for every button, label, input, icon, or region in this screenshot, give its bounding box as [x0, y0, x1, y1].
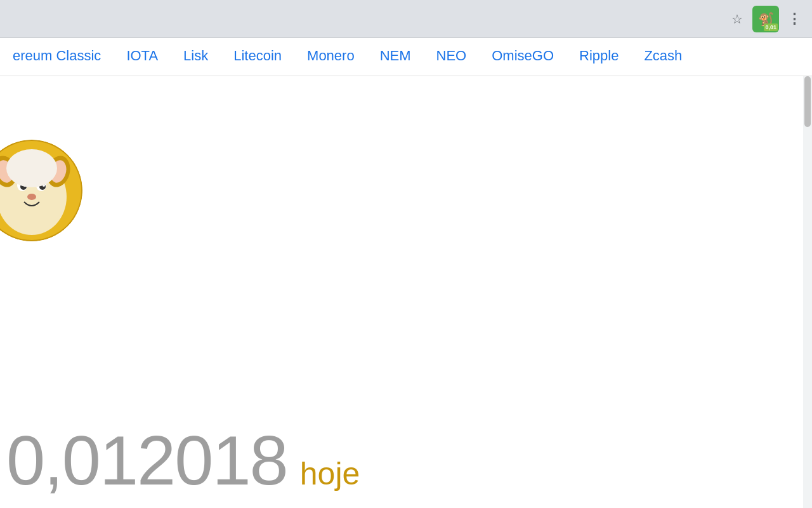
dogecoin-svg: [0, 140, 82, 241]
tab-omisego[interactable]: OmiseGO: [479, 38, 566, 76]
tab-lisk[interactable]: Lisk: [171, 38, 221, 76]
svg-point-14: [6, 149, 57, 187]
coin-logo: [0, 140, 82, 241]
menu-icon: ⋮: [787, 11, 801, 27]
extension-button[interactable]: 🐒 0,01: [752, 6, 779, 32]
tab-ripple[interactable]: Ripple: [566, 38, 631, 76]
browser-toolbar: ☆ 🐒 0,01 ⋮: [0, 0, 812, 38]
tab-monero[interactable]: Monero: [294, 38, 367, 76]
price-area: 0,012018 hoje: [6, 425, 360, 495]
dogecoin-circle: [0, 140, 82, 241]
svg-point-9: [27, 194, 36, 200]
bookmark-button[interactable]: ☆: [724, 6, 750, 32]
scrollbar-thumb[interactable]: [804, 76, 811, 127]
tab-litecoin[interactable]: Litecoin: [221, 38, 294, 76]
tab-neo[interactable]: NEO: [424, 38, 480, 76]
star-icon: ☆: [731, 11, 743, 27]
scrollbar[interactable]: [803, 76, 812, 508]
price-value: 0,012018: [6, 425, 287, 495]
tab-ethereum-classic[interactable]: ereum Classic: [0, 38, 114, 76]
tab-nem[interactable]: NEM: [367, 38, 424, 76]
tab-iota[interactable]: IOTA: [114, 38, 171, 76]
extension-badge: 0,01: [764, 23, 778, 31]
tab-zcash[interactable]: Zcash: [631, 38, 695, 76]
page-content: ereum Classic IOTA Lisk Litecoin Monero …: [0, 38, 812, 508]
crypto-nav: ereum Classic IOTA Lisk Litecoin Monero …: [0, 38, 812, 76]
period-label: hoje: [300, 455, 360, 492]
menu-button[interactable]: ⋮: [782, 6, 807, 32]
main-content: 0,012018 hoje: [0, 76, 812, 508]
